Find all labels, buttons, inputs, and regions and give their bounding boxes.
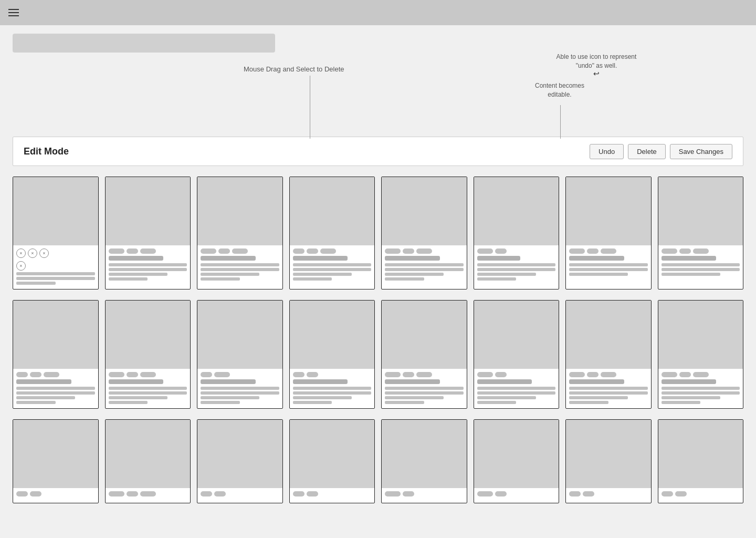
text-line (569, 268, 648, 271)
card-content (658, 245, 743, 280)
hamburger-menu[interactable] (8, 9, 19, 16)
text-line (293, 401, 332, 404)
tag (214, 372, 230, 377)
card-image (382, 301, 467, 369)
card-content: × × × × (13, 245, 98, 289)
text-line (477, 263, 556, 266)
card-tags (293, 372, 372, 377)
tag-selected[interactable]: × (28, 249, 37, 258)
text-line (201, 387, 279, 390)
text-line (569, 387, 648, 390)
tag (201, 372, 212, 377)
tag (601, 372, 616, 377)
card-content (13, 488, 98, 503)
tag (403, 491, 414, 496)
card-image (566, 420, 651, 488)
delete-button[interactable]: Delete (628, 144, 666, 159)
text-line (201, 401, 240, 404)
card-image (290, 177, 375, 245)
card-tags (293, 491, 372, 496)
tag (675, 491, 687, 496)
text-line (293, 277, 332, 281)
grid-area-row2 (13, 300, 743, 409)
text-line (293, 273, 352, 276)
card-grid-row1: × × × × (13, 177, 743, 289)
text-line (662, 263, 740, 266)
card-lines (16, 272, 95, 285)
card-3-5 (381, 419, 467, 503)
card-content (197, 369, 282, 408)
tag (307, 372, 318, 377)
card-image (658, 420, 743, 488)
undo-button[interactable]: Undo (590, 144, 624, 159)
card-title (109, 379, 164, 384)
top-bar (0, 0, 756, 25)
tag (385, 491, 401, 496)
tag (662, 491, 673, 496)
card-title (201, 379, 256, 384)
card-image (13, 177, 98, 245)
card-title (293, 379, 348, 384)
tag (30, 491, 41, 496)
tag (416, 372, 432, 377)
tag (477, 491, 493, 496)
tag-selected[interactable]: × (16, 249, 26, 258)
tag (587, 249, 598, 254)
text-line (16, 391, 95, 395)
tag (201, 491, 212, 496)
tag (569, 491, 581, 496)
text-line (109, 273, 167, 276)
card-lines (201, 263, 279, 281)
text-line (477, 391, 556, 395)
card-image (197, 420, 282, 488)
text-line (662, 273, 720, 276)
text-line (109, 396, 167, 399)
card-lines (477, 263, 556, 281)
card-tags (385, 491, 464, 496)
save-changes-button[interactable]: Save Changes (670, 144, 732, 159)
text-line (293, 387, 372, 390)
undo-icon: ↩ (593, 69, 600, 78)
card-image (197, 177, 282, 245)
card-2-4 (289, 300, 375, 409)
text-line (109, 391, 187, 395)
tag (307, 491, 318, 496)
card-title (385, 379, 440, 384)
card-content (197, 488, 282, 503)
card-tags (477, 372, 556, 377)
card-lines (109, 387, 187, 404)
tag (140, 491, 156, 496)
card-tags (569, 372, 648, 377)
tag (30, 372, 41, 377)
search-bar[interactable] (13, 34, 275, 53)
text-line (662, 268, 740, 271)
tag-selected[interactable]: × (39, 249, 49, 258)
tag-selected[interactable]: × (16, 261, 26, 271)
card-image (474, 420, 559, 488)
text-line (385, 277, 424, 281)
tag (693, 372, 709, 377)
grid-area-row3 (13, 419, 743, 503)
card-image (106, 301, 191, 369)
tag (232, 249, 248, 254)
card-2-8 (658, 300, 744, 409)
tag (587, 372, 598, 377)
tag (679, 372, 691, 377)
card-tags (293, 249, 372, 254)
card-content (290, 369, 375, 408)
tag (293, 372, 304, 377)
card-tags (662, 372, 740, 377)
card-lines (293, 263, 372, 281)
text-line (569, 401, 608, 404)
tag (16, 491, 28, 496)
tag (385, 372, 401, 377)
card-lines (662, 387, 740, 404)
card-content (106, 245, 191, 285)
card-lines (385, 263, 464, 281)
text-line (662, 396, 720, 399)
card-lines (569, 387, 648, 404)
card-content (290, 245, 375, 285)
text-line (201, 273, 259, 276)
card-lines (385, 387, 464, 404)
card-content (290, 488, 375, 503)
